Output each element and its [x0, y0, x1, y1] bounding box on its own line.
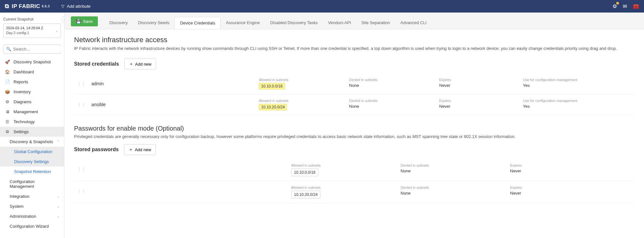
search-box[interactable]: 🔍	[3, 44, 61, 54]
drag-handle-icon[interactable]: ⋮⋮	[77, 186, 86, 194]
drag-handle-icon[interactable]: ⋮⋮	[77, 78, 86, 86]
snapshot-name: Day-2 config-1	[6, 31, 43, 35]
subnav-config-mgmt[interactable]: Configuration Management	[0, 177, 64, 191]
enable-mode-title: Passwords for enable mode (Optional)	[74, 125, 634, 132]
subnav-administration[interactable]: Administration⌄	[0, 211, 64, 221]
chevron-up-icon: ⌃	[57, 140, 60, 143]
page-title: Network infrastructure access	[74, 36, 634, 44]
mail-icon[interactable]: ✉	[623, 3, 627, 9]
subnet-input[interactable]: 10.10.0.0/16	[291, 169, 318, 176]
subnav-discovery-snapshots[interactable]: Discovery & Snapshots⌃	[0, 137, 64, 147]
denied-value: None	[349, 83, 439, 88]
version: 6.6.3	[42, 5, 50, 8]
nav-inventory[interactable]: 📦Inventory	[0, 87, 64, 97]
nav-settings[interactable]: ⚙Settings	[0, 127, 64, 137]
header-actions: ⚙ ✉ 🧰	[612, 3, 639, 9]
nav-discovery-snapshot[interactable]: 🚀Discovery Snapshot	[0, 57, 64, 67]
logo-icon: ⧉	[5, 3, 9, 10]
search-input[interactable]	[13, 47, 64, 51]
product-name: IP FABRIC	[12, 3, 40, 10]
password-row[interactable]: ⋮⋮ Allowed in subnets 10.10.20.0/24 Deni…	[74, 181, 634, 203]
nav-management[interactable]: 🖥Management	[0, 107, 64, 117]
subnav-global-config[interactable]: Global Configuration	[0, 147, 64, 157]
box-icon: 📦	[5, 89, 10, 94]
layers-icon: ☰	[5, 119, 10, 124]
denied-value: None	[401, 169, 510, 173]
plus-icon: ＋	[129, 147, 133, 152]
denied-value: None	[349, 104, 439, 109]
content-area: 💾Save Discovery Discovery Seeds Device C…	[64, 13, 644, 238]
denied-value: None	[401, 191, 510, 196]
add-attribute-button[interactable]: ▽ Add attribute	[61, 4, 91, 9]
subnav-system[interactable]: System⌄	[0, 201, 64, 211]
briefcase-icon[interactable]: 🧰	[633, 3, 639, 9]
chevron-down-icon: ⌄	[57, 205, 60, 208]
page-body: Network infrastructure access IP Fabric …	[64, 29, 644, 238]
chevron-down-icon: ⌄	[55, 29, 58, 32]
gear-icon: ⚙	[5, 129, 10, 134]
expires-label: Expires	[510, 186, 574, 189]
enable-mode-description: Privileged credentials are generally nec…	[74, 134, 634, 139]
settings-icon[interactable]: ⚙	[612, 3, 617, 9]
plus-icon: ＋	[129, 61, 133, 67]
snapshot-select[interactable]: 2024-03-14, 14:28:04 Z Day-2 config-1 ⌄	[3, 23, 61, 38]
expires-value: Never	[510, 191, 574, 196]
tab-discovery-seeds[interactable]: Discovery Seeds	[133, 17, 175, 28]
tab-site-separation[interactable]: Site Separation	[356, 17, 395, 28]
denied-subnets-label: Denied in subnets	[349, 78, 439, 82]
tab-vendors-api[interactable]: Vendors API	[323, 17, 356, 28]
config-mgmt-label: Use for configuration management	[523, 78, 587, 82]
save-button[interactable]: 💾Save	[71, 16, 98, 26]
drag-handle-icon[interactable]: ⋮⋮	[77, 163, 86, 171]
filter-icon: ▽	[61, 4, 64, 9]
denied-subnets-label: Denied in subnets	[349, 99, 439, 103]
nav-dashboard[interactable]: 🏠Dashboard	[0, 67, 64, 77]
nav-diagrams[interactable]: ⚙Diagrams	[0, 97, 64, 107]
add-credential-button[interactable]: ＋Add new	[124, 59, 156, 69]
tab-assurance-engine[interactable]: Assurance Engine	[221, 17, 265, 28]
document-icon: 📄	[5, 79, 10, 84]
config-mgmt-value: Yes	[523, 104, 587, 109]
chevron-down-icon: ⌄	[57, 215, 60, 218]
credential-name: ansible	[91, 99, 259, 107]
rocket-icon: 🚀	[5, 60, 10, 64]
subnav-integration[interactable]: Integration⌄	[0, 191, 64, 201]
nav-reports[interactable]: 📄Reports	[0, 77, 64, 87]
config-mgmt-value: Yes	[523, 83, 587, 88]
notification-badge	[616, 2, 619, 5]
expires-label: Expires	[439, 99, 523, 103]
subnav-discovery-settings[interactable]: Discovery Settings	[0, 157, 64, 167]
add-password-button[interactable]: ＋Add new	[124, 144, 156, 155]
tab-disabled-discovery-tasks[interactable]: Disabled Discovery Tasks	[265, 17, 323, 28]
top-header: ⧉ IP FABRIC 6.6.3 ▽ Add attribute ⚙ ✉ 🧰	[0, 0, 644, 13]
subnet-chip[interactable]: 10.10.20.0/24	[259, 104, 287, 110]
config-mgmt-label: Use for configuration management	[523, 99, 587, 103]
tab-advanced-cli[interactable]: Advanced CLI	[395, 17, 432, 28]
stored-credentials-title: Stored credentials	[74, 61, 119, 67]
credential-row[interactable]: ⋮⋮ admin Allowed in subnets 10.10.0.0/16…	[74, 73, 634, 94]
snapshot-label: Current Snapshot	[3, 17, 61, 22]
expires-label: Expires	[510, 163, 574, 167]
gauge-icon: 🏠	[5, 69, 10, 74]
tab-device-credentials[interactable]: Device Credentials	[175, 17, 221, 29]
subnet-input[interactable]: 10.10.20.0/24	[291, 191, 320, 198]
drag-handle-icon[interactable]: ⋮⋮	[77, 99, 86, 107]
credential-name: admin	[91, 78, 259, 86]
allowed-subnets-label: Allowed in subnets	[291, 163, 401, 167]
subnav-snapshot-retention[interactable]: Snapshot Retention	[0, 167, 64, 177]
snapshot-timestamp: 2024-03-14, 14:28:04 Z	[6, 26, 43, 31]
subnav-config-wizard[interactable]: Configuration Wizard	[0, 221, 64, 231]
tab-discovery[interactable]: Discovery	[104, 17, 133, 28]
diagram-icon: ⚙	[5, 99, 10, 104]
denied-subnets-label: Denied in subnets	[401, 163, 510, 167]
allowed-subnets-label: Allowed in subnets	[259, 99, 349, 103]
credential-row[interactable]: ⋮⋮ ansible Allowed in subnets 10.10.20.0…	[74, 94, 634, 115]
search-icon: 🔍	[6, 47, 11, 51]
sidebar: ‹ Current Snapshot 2024-03-14, 14:28:04 …	[0, 13, 64, 238]
save-icon: 💾	[76, 19, 81, 24]
password-row[interactable]: ⋮⋮ Allowed in subnets 10.10.0.0/16 Denie…	[74, 159, 634, 181]
add-attribute-label: Add attribute	[67, 4, 91, 9]
monitor-icon: 🖥	[5, 109, 10, 114]
subnet-chip[interactable]: 10.10.0.0/16	[259, 83, 285, 89]
nav-technology[interactable]: ☰Technology	[0, 117, 64, 127]
